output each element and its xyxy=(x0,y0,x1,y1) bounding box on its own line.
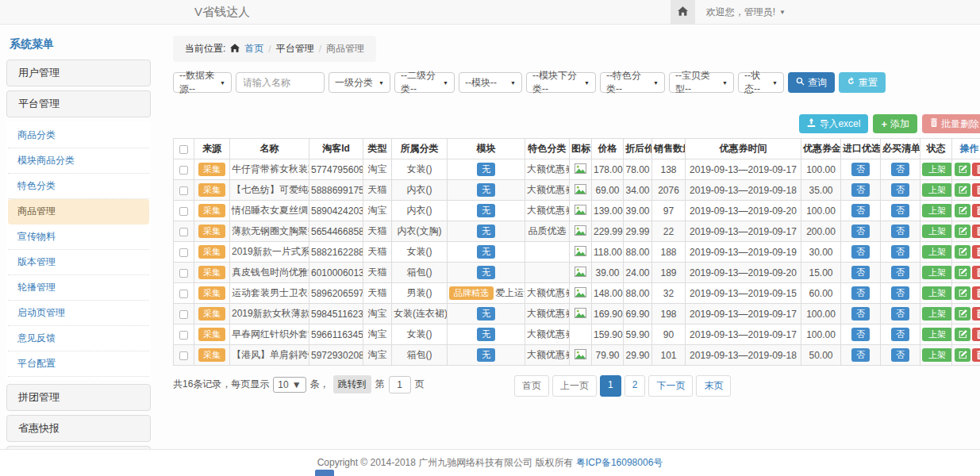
row-checkbox[interactable] xyxy=(179,351,188,360)
status-badge[interactable]: 上架 xyxy=(922,245,952,259)
sidebar-group[interactable]: 消息管理 xyxy=(6,446,151,449)
import-select-badge[interactable]: 否 xyxy=(851,266,870,279)
sidebar-item[interactable]: 轮播管理 xyxy=(8,275,149,301)
edit-button[interactable] xyxy=(955,204,970,217)
row-checkbox[interactable] xyxy=(179,228,188,236)
batch-delete-button[interactable]: 批量删除 xyxy=(922,114,980,133)
breadcrumb-home-link[interactable]: 首页 xyxy=(244,42,263,56)
sidebar-item[interactable]: 模块商品分类 xyxy=(8,148,149,174)
row-checkbox[interactable] xyxy=(179,269,188,278)
import-select-badge[interactable]: 否 xyxy=(851,307,870,321)
status-badge[interactable]: 上架 xyxy=(922,163,952,176)
sidebar-item[interactable]: 平台配置 xyxy=(8,351,149,377)
add-button[interactable]: + 添加 xyxy=(873,114,917,133)
status-badge[interactable]: 上架 xyxy=(922,286,952,300)
jump-page-input[interactable] xyxy=(389,376,411,393)
delete-button[interactable] xyxy=(972,307,980,321)
delete-button[interactable] xyxy=(972,225,980,238)
status-badge[interactable]: 上架 xyxy=(922,348,952,362)
edit-button[interactable] xyxy=(955,286,970,300)
sidebar-item[interactable]: 启动页管理 xyxy=(8,301,149,326)
item-type-select[interactable]: --宝贝类型--▼ xyxy=(669,72,734,93)
must-buy-badge[interactable]: 否 xyxy=(891,307,909,321)
import-select-badge[interactable]: 否 xyxy=(851,163,870,176)
user-menu[interactable]: 欢迎您，管理员! ▼ xyxy=(706,6,786,19)
delete-button[interactable] xyxy=(972,183,980,197)
must-buy-badge[interactable]: 否 xyxy=(891,204,909,217)
page-button[interactable]: 2 xyxy=(625,375,646,397)
status-badge[interactable]: 上架 xyxy=(922,266,952,279)
delete-button[interactable] xyxy=(972,266,980,279)
edit-button[interactable] xyxy=(955,328,970,341)
must-buy-badge[interactable]: 否 xyxy=(891,286,909,300)
must-buy-badge[interactable]: 否 xyxy=(891,225,909,238)
edit-button[interactable] xyxy=(955,245,970,259)
sidebar-group-platform[interactable]: 平台管理 xyxy=(6,90,151,117)
row-checkbox[interactable] xyxy=(179,186,188,195)
sidebar-group[interactable]: 省惠快报 xyxy=(6,415,151,442)
jump-button[interactable]: 跳转到 xyxy=(333,375,371,393)
status-badge[interactable]: 上架 xyxy=(922,328,952,341)
status-select[interactable]: --状态--▼ xyxy=(738,72,784,93)
import-select-badge[interactable]: 否 xyxy=(851,225,870,238)
import-select-badge[interactable]: 否 xyxy=(851,348,870,362)
edit-button[interactable] xyxy=(955,183,970,197)
page-button[interactable]: 下一页 xyxy=(648,375,693,397)
edit-button[interactable] xyxy=(955,266,970,279)
import-select-badge[interactable]: 否 xyxy=(851,328,870,341)
page-size-select[interactable]: 10▼ xyxy=(273,377,306,393)
sidebar-item[interactable]: 版本管理 xyxy=(8,250,149,275)
page-button[interactable]: 1 xyxy=(600,375,621,397)
module-sub-select[interactable]: --模块下分类--▼ xyxy=(526,72,596,93)
status-badge[interactable]: 上架 xyxy=(922,204,952,217)
delete-button[interactable] xyxy=(972,163,980,176)
icp-link[interactable]: 粤ICP备16098006号 xyxy=(576,456,663,470)
row-checkbox[interactable] xyxy=(179,310,188,319)
data-source-select[interactable]: --数据来源--▼ xyxy=(173,72,232,93)
edit-button[interactable] xyxy=(955,225,970,238)
sidebar-item[interactable]: 特色分类 xyxy=(8,174,149,199)
edit-button[interactable] xyxy=(955,348,970,362)
page-button[interactable]: 末页 xyxy=(696,375,731,397)
status-badge[interactable]: 上架 xyxy=(922,225,952,238)
edit-button[interactable] xyxy=(955,307,970,321)
sidebar-item[interactable]: 商品管理 xyxy=(8,199,149,225)
sidebar-item[interactable]: 意见反馈 xyxy=(8,326,149,351)
row-checkbox[interactable] xyxy=(179,290,188,298)
module-select[interactable]: --模块--▼ xyxy=(459,72,522,93)
sidebar-item[interactable]: 宣传物料 xyxy=(8,225,149,250)
delete-button[interactable] xyxy=(972,348,980,362)
row-checkbox[interactable] xyxy=(179,331,188,340)
import-select-badge[interactable]: 否 xyxy=(851,245,870,259)
level1-category-select[interactable]: 一级分类▼ xyxy=(329,72,390,93)
page-button[interactable]: 上一页 xyxy=(552,375,597,397)
row-checkbox[interactable] xyxy=(179,207,188,216)
edit-button[interactable] xyxy=(955,163,970,176)
name-input[interactable] xyxy=(236,72,325,93)
delete-button[interactable] xyxy=(972,245,980,259)
must-buy-badge[interactable]: 否 xyxy=(891,266,909,279)
home-button[interactable] xyxy=(671,0,695,24)
must-buy-badge[interactable]: 否 xyxy=(891,328,909,341)
must-buy-badge[interactable]: 否 xyxy=(891,245,909,259)
import-select-badge[interactable]: 否 xyxy=(851,286,870,300)
search-button[interactable]: 查询 xyxy=(788,72,835,93)
sidebar-group[interactable]: 拼团管理 xyxy=(6,384,151,411)
import-select-badge[interactable]: 否 xyxy=(851,183,870,197)
must-buy-badge[interactable]: 否 xyxy=(891,163,909,176)
must-buy-badge[interactable]: 否 xyxy=(891,183,909,197)
delete-button[interactable] xyxy=(972,328,980,341)
status-badge[interactable]: 上架 xyxy=(922,183,952,197)
sidebar-group-users[interactable]: 用户管理 xyxy=(6,60,151,86)
must-buy-badge[interactable]: 否 xyxy=(891,348,909,362)
reset-button[interactable]: 重置 xyxy=(839,72,886,93)
page-button[interactable]: 首页 xyxy=(514,375,549,397)
delete-button[interactable] xyxy=(972,286,980,300)
row-checkbox[interactable] xyxy=(179,248,188,257)
level2-category-select[interactable]: --二级分类--▼ xyxy=(394,72,455,93)
delete-button[interactable] xyxy=(972,204,980,217)
row-checkbox[interactable] xyxy=(179,166,188,175)
import-select-badge[interactable]: 否 xyxy=(851,204,870,217)
sidebar-item[interactable]: 商品分类 xyxy=(8,123,149,148)
status-badge[interactable]: 上架 xyxy=(922,307,952,321)
